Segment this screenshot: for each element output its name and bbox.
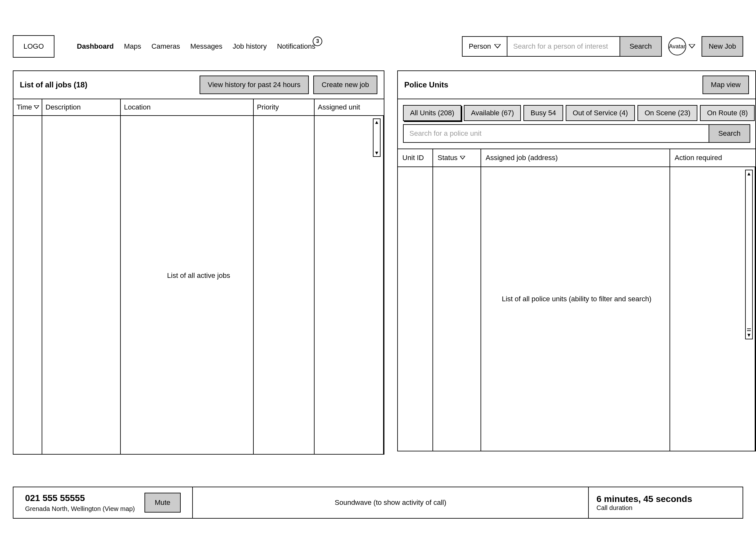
nav-dashboard[interactable]: Dashboard	[77, 42, 114, 51]
units-panel: Police Units Map view All Units (208) Av…	[397, 70, 756, 451]
sort-icon	[460, 156, 465, 160]
nav-notifications-label: Notifications	[277, 42, 315, 51]
chevron-down-icon	[689, 44, 695, 49]
jobs-table-header: Time Description Location Priority Assig…	[14, 99, 384, 116]
mute-button[interactable]: Mute	[145, 493, 181, 513]
main-nav: Dashboard Maps Cameras Messages Job hist…	[77, 42, 315, 51]
jobs-placeholder-text: List of all active jobs	[14, 271, 384, 280]
duration-section: 6 minutes, 45 seconds Call duration	[589, 487, 742, 518]
soundwave-section: Soundwave (to show activity of call)	[193, 487, 589, 518]
scroll-tick	[747, 330, 751, 331]
jobs-panel-header: List of all jobs (18) View history for p…	[14, 71, 384, 99]
jobs-panel-title: List of all jobs (18)	[20, 80, 88, 89]
jobs-body-col-desc	[42, 116, 121, 454]
svg-marker-0	[494, 44, 501, 48]
jobs-col-description[interactable]: Description	[42, 99, 121, 115]
call-duration-label: Call duration	[597, 504, 735, 512]
nav-maps[interactable]: Maps	[124, 42, 141, 51]
scroll-down-icon[interactable]: ▼	[746, 332, 751, 339]
units-col-status[interactable]: Status	[433, 149, 481, 166]
caller-section: 021 555 55555 Grenada North, Wellington …	[14, 487, 193, 518]
scroll-tick	[747, 328, 751, 329]
jobs-col-assigned-unit[interactable]: Assigned unit	[314, 99, 384, 115]
scroll-up-icon[interactable]: ▲	[374, 120, 379, 125]
units-table-header: Unit ID Status Assigned job (address) Ac…	[398, 149, 755, 167]
create-job-button[interactable]: Create new job	[313, 76, 377, 94]
chevron-down-icon	[494, 44, 501, 49]
units-scrollbar[interactable]: ▲ ▼	[745, 170, 753, 339]
search-type-dropdown[interactable]: Person	[463, 37, 507, 56]
jobs-col-priority[interactable]: Priority	[254, 99, 314, 115]
main-content: List of all jobs (18) View history for p…	[0, 70, 756, 455]
global-search: Person Search	[462, 36, 662, 57]
soundwave-label: Soundwave (to show activity of call)	[335, 498, 446, 507]
search-type-label: Person	[469, 42, 491, 51]
filter-all-units[interactable]: All Units (208)	[403, 105, 461, 121]
units-col-action[interactable]: Action required	[670, 149, 755, 166]
map-view-button[interactable]: Map view	[703, 76, 749, 94]
scroll-up-icon[interactable]: ▲	[746, 170, 751, 177]
jobs-col-time-label: Time	[17, 103, 32, 112]
header-right: Person Search Avatar New Job	[462, 36, 743, 57]
sort-icon	[34, 105, 39, 109]
filter-out-of-service[interactable]: Out of Service (4)	[566, 105, 635, 121]
jobs-table-body: ▲ ▼ List of all active jobs	[14, 116, 384, 454]
jobs-col-time[interactable]: Time	[14, 99, 42, 115]
units-table-body: ▲ ▼ List of all police units (ability to…	[398, 167, 755, 451]
jobs-body-col-time	[14, 116, 42, 454]
jobs-body-col-prio	[254, 116, 314, 454]
unit-search-input[interactable]	[403, 124, 709, 143]
filter-on-scene[interactable]: On Scene (23)	[637, 105, 697, 121]
units-col-status-label: Status	[438, 154, 457, 162]
svg-marker-2	[34, 105, 39, 109]
caller-location[interactable]: Grenada North, Wellington (View map)	[25, 505, 135, 513]
call-bar: 021 555 55555 Grenada North, Wellington …	[13, 487, 743, 519]
unit-search: Search	[398, 124, 755, 148]
nav-messages[interactable]: Messages	[190, 42, 222, 51]
units-body-col-job	[481, 167, 670, 451]
new-job-button[interactable]: New Job	[702, 36, 743, 57]
filter-busy[interactable]: Busy 54	[524, 105, 563, 121]
logo: LOGO	[13, 35, 54, 58]
caller-phone: 021 555 55555	[25, 493, 135, 503]
units-col-id[interactable]: Unit ID	[398, 149, 433, 166]
nav-job-history[interactable]: Job history	[232, 42, 266, 51]
units-col-assigned-job[interactable]: Assigned job (address)	[481, 149, 670, 166]
avatar-menu[interactable]: Avatar	[668, 38, 695, 55]
caller-info: 021 555 55555 Grenada North, Wellington …	[25, 493, 135, 513]
unit-status-filters: All Units (208) Available (67) Busy 54 O…	[398, 99, 755, 124]
search-button[interactable]: Search	[620, 37, 661, 56]
jobs-body-col-loc	[121, 116, 254, 454]
units-panel-header: Police Units Map view	[398, 71, 755, 99]
notifications-count-badge: 3	[313, 37, 322, 46]
filter-available[interactable]: Available (67)	[464, 105, 521, 121]
units-body-col-status	[433, 167, 481, 451]
scroll-track[interactable]	[373, 131, 380, 150]
view-history-button[interactable]: View history for past 24 hours	[200, 76, 309, 94]
jobs-scrollbar[interactable]: ▲ ▼	[373, 118, 381, 157]
filter-on-route[interactable]: On Route (8)	[700, 105, 755, 121]
jobs-col-location[interactable]: Location	[121, 99, 254, 115]
units-body-col-id	[398, 167, 433, 451]
avatar-icon: Avatar	[668, 38, 686, 55]
app-header: LOGO Dashboard Maps Cameras Messages Job…	[0, 0, 756, 70]
jobs-panel: List of all jobs (18) View history for p…	[13, 70, 384, 455]
units-placeholder-text: List of all police units (ability to fil…	[398, 295, 755, 303]
units-body-col-action: ▲ ▼	[670, 167, 755, 451]
scroll-down-icon[interactable]: ▼	[374, 150, 379, 156]
svg-marker-3	[460, 156, 465, 159]
search-input[interactable]	[507, 37, 620, 56]
svg-marker-1	[689, 44, 695, 48]
nav-notifications[interactable]: Notifications 3	[277, 42, 315, 51]
units-table: Unit ID Status Assigned job (address) Ac…	[398, 148, 755, 451]
nav-cameras[interactable]: Cameras	[151, 42, 180, 51]
jobs-body-col-unit: ▲ ▼	[314, 116, 384, 454]
call-duration-value: 6 minutes, 45 seconds	[597, 494, 735, 504]
unit-search-button[interactable]: Search	[709, 124, 750, 143]
units-panel-title: Police Units	[404, 80, 448, 89]
